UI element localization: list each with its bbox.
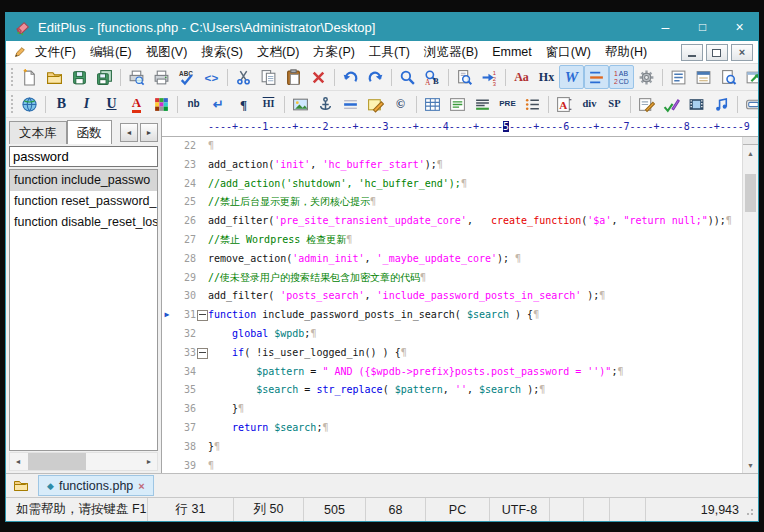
undo-button[interactable] <box>338 65 363 89</box>
full-screen-button[interactable] <box>716 65 741 89</box>
fold-collapse-icon[interactable] <box>196 306 208 325</box>
list-button[interactable] <box>520 92 545 116</box>
scroll-up-icon[interactable]: ▲ <box>743 145 758 161</box>
fold-collapse-icon[interactable] <box>196 344 208 363</box>
scroll-thumb[interactable] <box>28 453 86 470</box>
line-break-button[interactable]: ↵ <box>206 92 231 116</box>
italic-button[interactable]: I <box>74 92 99 116</box>
scroll-track[interactable] <box>26 453 141 470</box>
nbsp-button[interactable]: nb <box>181 92 206 116</box>
code-line[interactable]: 34 $pattern = " AND ({$wpdb->prefix}post… <box>162 363 742 382</box>
code-line[interactable]: 28remove_action('admin_init', '_maybe_up… <box>162 250 742 269</box>
horizontal-rule-button[interactable] <box>338 92 363 116</box>
toolbar-grip[interactable] <box>11 95 13 113</box>
code-line[interactable]: 35 $search = str_replace( $pattern, '', … <box>162 381 742 400</box>
span-button[interactable]: SP <box>602 92 627 116</box>
wrap-column-button[interactable] <box>584 65 609 89</box>
sidebar-tab-cliptext[interactable]: 文本库 <box>9 121 67 144</box>
form-button[interactable] <box>634 92 659 116</box>
paste-button[interactable] <box>281 65 306 89</box>
mdi-restore-button[interactable] <box>706 44 728 61</box>
print-button[interactable] <box>149 65 174 89</box>
menu-search[interactable]: 搜索(S) <box>194 41 250 63</box>
copy-button[interactable] <box>256 65 281 89</box>
heading-button[interactable]: HI <box>256 92 281 116</box>
bold-button[interactable]: B <box>49 92 74 116</box>
audio-button[interactable] <box>709 92 734 116</box>
tab-scroll-left-icon[interactable]: ◄ <box>120 123 138 142</box>
copyright-button[interactable]: © <box>388 92 413 116</box>
menu-browser[interactable]: 浏览器(B) <box>417 41 485 63</box>
hex-view-button[interactable]: Hx <box>534 65 559 89</box>
delete-button[interactable] <box>306 65 331 89</box>
menu-view[interactable]: 视图(V) <box>139 41 195 63</box>
menu-emmet[interactable]: Emmet <box>485 41 539 63</box>
frame-button[interactable] <box>470 92 495 116</box>
scroll-thumb[interactable] <box>745 174 756 212</box>
code-line[interactable]: 26add_filter('pre_site_transient_update_… <box>162 212 742 231</box>
menu-edit[interactable]: 编辑(E) <box>83 41 139 63</box>
code-line[interactable]: 33 if( !is_user_logged_in() ) {¶ <box>162 344 742 363</box>
documents-folder-icon[interactable] <box>13 478 29 494</box>
redo-button[interactable] <box>363 65 388 89</box>
menu-tools[interactable]: 工具(T) <box>362 41 417 63</box>
close-tab-icon[interactable]: × <box>138 480 144 492</box>
memo-button[interactable] <box>363 92 388 116</box>
cut-button[interactable] <box>231 65 256 89</box>
scroll-down-icon[interactable]: ▼ <box>743 457 758 473</box>
code-line[interactable]: 27//禁止 Wordpress 检查更新¶ <box>162 231 742 250</box>
menu-file[interactable]: 文件(F) <box>28 41 83 63</box>
function-list-item[interactable]: function reset_password_ <box>10 191 157 212</box>
function-list-item[interactable]: function include_passwo <box>10 170 157 191</box>
replace-button[interactable]: BA <box>420 65 445 89</box>
image-button[interactable] <box>288 92 313 116</box>
document-panel-button[interactable] <box>691 65 716 89</box>
word-wrap-button[interactable]: W <box>559 65 584 89</box>
goto-line-button[interactable]: 123 <box>477 65 502 89</box>
open-file-button[interactable] <box>42 65 67 89</box>
code-line[interactable]: 39¶ <box>162 457 742 473</box>
code-line[interactable]: 30add_filter( 'posts_search', 'include_p… <box>162 287 742 306</box>
paragraph-button[interactable]: ¶ <box>231 92 256 116</box>
mdi-close-button[interactable]: × <box>731 44 753 61</box>
video-button[interactable] <box>684 92 709 116</box>
browser-preview-button[interactable] <box>17 92 42 116</box>
object-button[interactable] <box>741 92 758 116</box>
document-tab[interactable]: ◆functions.php× <box>38 475 154 496</box>
scroll-left-icon[interactable]: ◄ <box>10 453 26 470</box>
menu-project[interactable]: 方案(P) <box>306 41 362 63</box>
find-button[interactable] <box>395 65 420 89</box>
code-line[interactable]: 24//add_action('shutdown', 'hc_buffer_en… <box>162 175 742 194</box>
menu-document[interactable]: 文档(D) <box>250 41 306 63</box>
maximize-button[interactable]: □ <box>684 13 721 41</box>
view-in-browser-button[interactable]: <> <box>199 65 224 89</box>
script-button[interactable] <box>659 92 684 116</box>
function-list-item[interactable]: function disable_reset_los <box>10 212 157 233</box>
editor-vertical-scrollbar[interactable]: ▲ ▼ <box>742 137 758 473</box>
toolbar-grip[interactable] <box>11 68 13 86</box>
line-numbers-button[interactable]: 1AB2CD <box>609 65 634 89</box>
div-button[interactable]: div <box>577 92 602 116</box>
code-line[interactable]: 29//使未登录用户的搜索结果包含加密文章的代码¶ <box>162 269 742 288</box>
code-line[interactable]: 25//禁止后台显示更新，关闭核心提示¶ <box>162 193 742 212</box>
code-lines[interactable]: 22¶23add_action('init', 'hc_buffer_start… <box>162 137 742 473</box>
tab-scroll-right-icon[interactable]: ► <box>140 123 158 142</box>
table-button[interactable] <box>420 92 445 116</box>
save-button[interactable] <box>67 65 92 89</box>
minimize-button[interactable]: – <box>647 13 684 41</box>
anchor-button[interactable] <box>313 92 338 116</box>
menu-help[interactable]: 帮助(H) <box>598 41 654 63</box>
sidebar-tab-functions[interactable]: 函数 <box>67 120 112 144</box>
find-in-files-button[interactable] <box>452 65 477 89</box>
code-line[interactable]: 37 return $search;¶ <box>162 419 742 438</box>
split-handle[interactable] <box>743 137 758 145</box>
underline-button[interactable]: U <box>99 92 124 116</box>
new-document-button[interactable] <box>17 65 42 89</box>
close-button[interactable]: × <box>721 13 758 41</box>
textarea-button[interactable] <box>445 92 470 116</box>
font-tag-button[interactable]: A <box>552 92 577 116</box>
mdi-minimize-button[interactable] <box>681 44 703 61</box>
sidebar-horizontal-scrollbar[interactable]: ◄ ► <box>9 452 158 471</box>
code-line[interactable]: 38}¶ <box>162 438 742 457</box>
browser-window-button[interactable] <box>741 65 758 89</box>
